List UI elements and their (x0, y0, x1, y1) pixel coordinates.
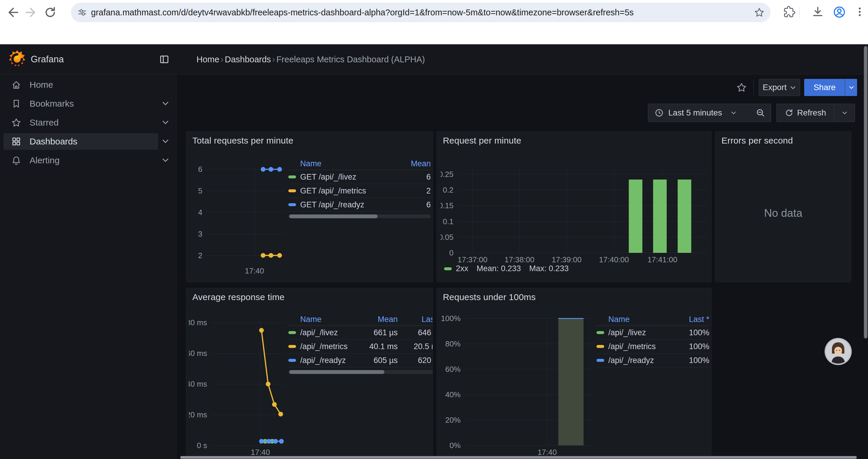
back-icon[interactable] (6, 6, 19, 19)
series-color-pill[interactable] (288, 345, 296, 348)
series-name: /api/_/readyz (300, 356, 346, 365)
sidebar-item-label: Alerting (30, 155, 60, 165)
extensions-icon[interactable] (783, 6, 795, 18)
series-color-pill[interactable] (596, 359, 604, 362)
legend-row[interactable]: GET /api/_/metrics2 (288, 184, 431, 198)
browser-menu-icon[interactable] (854, 6, 866, 18)
legend-column-header[interactable]: Mean (395, 159, 431, 168)
legend-table: NameMeanLast */api/_/livez661 µs646 µs/a… (288, 314, 433, 374)
site-settings-icon[interactable] (78, 8, 87, 17)
sidebar-item-home[interactable]: Home (4, 76, 158, 93)
breadcrumb-home[interactable]: Home (196, 55, 219, 64)
legend-scrollbar[interactable] (288, 215, 431, 218)
zoom-out-button[interactable] (750, 104, 771, 122)
refresh-interval-dropdown[interactable] (834, 104, 855, 122)
series-color-pill[interactable] (288, 189, 296, 192)
zoom-out-icon (756, 108, 765, 118)
legend-column-header[interactable]: Name (596, 315, 677, 324)
download-icon[interactable] (812, 6, 824, 18)
refresh-button[interactable]: Refresh (776, 104, 834, 122)
series-color-pill[interactable] (288, 175, 296, 178)
share-dropdown-button[interactable] (845, 79, 857, 96)
breadcrumb-dashboards[interactable]: Dashboards (225, 55, 271, 64)
legend-header: NameMean (288, 158, 431, 170)
no-data-message: No data (716, 207, 851, 220)
favorite-star-icon[interactable] (736, 82, 747, 93)
panel-total-requests-per-minute: Total requests per minute 6543217:40 Nam… (186, 131, 433, 282)
clock-icon (655, 108, 663, 117)
series-name: 2xx (456, 264, 468, 273)
legend-row[interactable]: GET /api/_/readyz6 (288, 198, 431, 212)
grafana-topnav: Grafana Home › Dashboards › Freeleaps Me… (0, 44, 868, 74)
series-name: GET /api/_/readyz (300, 200, 364, 209)
profile-icon[interactable] (833, 6, 845, 18)
legend-header: NameLast * (596, 314, 709, 326)
legend-column-header[interactable]: Last * (398, 315, 433, 324)
bookmark-star-icon[interactable] (754, 7, 765, 18)
time-range-picker[interactable]: Last 5 minutes (648, 104, 750, 122)
sidebar-item-bookmarks[interactable]: Bookmarks (4, 95, 158, 112)
panel-title[interactable]: Requests under 100ms (443, 292, 536, 302)
series-color-pill[interactable] (596, 331, 604, 334)
legend-column-header[interactable]: Last * (677, 315, 709, 324)
svg-text:0.2: 0.2 (443, 186, 454, 194)
svg-text:17:40: 17:40 (251, 448, 270, 455)
panel-title[interactable]: Errors per second (721, 136, 793, 145)
legend-scrollbar[interactable] (288, 370, 433, 374)
svg-text:20 ms: 20 ms (189, 410, 207, 419)
series-color-pill[interactable] (596, 345, 604, 348)
assistant-avatar-bubble[interactable] (824, 338, 852, 365)
chevron-down-icon[interactable] (162, 120, 169, 125)
average-response-time-chart[interactable]: 80 ms60 ms40 ms20 ms0 s17:40 (189, 315, 287, 455)
export-button[interactable]: Export (759, 79, 800, 96)
browser-toolbar: grafana.mathmast.com/d/deytv4rwavabkb/fr… (0, 0, 868, 25)
svg-text:40%: 40% (445, 390, 461, 399)
bookmarks-bar: Freeleaps 收藏博客 (0, 25, 868, 44)
series-color-pill[interactable] (288, 359, 296, 362)
brand-name[interactable]: Grafana (31, 54, 64, 65)
legend-row[interactable]: /api/_/readyz100% (596, 354, 709, 367)
panel-title[interactable]: Total requests per minute (192, 136, 293, 145)
legend-column-header[interactable]: Name (288, 315, 365, 324)
chevron-down-icon[interactable] (162, 139, 169, 143)
chevron-down-icon (842, 111, 847, 114)
series-color-pill[interactable] (288, 331, 296, 334)
forward-icon[interactable] (25, 6, 38, 19)
legend-value: 646 µs (398, 328, 433, 337)
grafana-logo[interactable] (8, 50, 27, 68)
sidebar-item-starred[interactable]: Starred (4, 114, 158, 131)
panel-title[interactable]: Average response time (192, 292, 284, 302)
legend-value: 6 (395, 200, 431, 209)
total-requests-chart[interactable]: 6543217:40 (189, 160, 287, 278)
dock-menu-icon[interactable] (159, 54, 169, 65)
series-color-pill[interactable] (288, 203, 296, 206)
star-icon (11, 118, 21, 128)
actions-divider (753, 80, 754, 95)
sidebar-item-alerting[interactable]: Alerting (4, 152, 158, 169)
horizontal-scrollbar[interactable] (177, 456, 864, 459)
legend-column-header[interactable]: Name (288, 159, 395, 168)
legend-row[interactable]: /api/_/metrics40.1 ms20.5 ms (288, 340, 433, 354)
chevron-down-icon[interactable] (162, 158, 169, 162)
panel-title[interactable]: Request per minute (443, 136, 521, 145)
legend-row[interactable]: /api/_/readyz605 µs620 µs (288, 354, 433, 367)
requests-under-100ms-chart[interactable]: 100%80%60%40%20%0%17:40 (440, 315, 597, 455)
request-per-minute-chart[interactable]: 0.250.20.150.10.05017:37:0017:38:0017:39… (440, 164, 708, 268)
svg-text:17:38:00: 17:38:00 (505, 255, 534, 264)
legend-row[interactable]: /api/_/livez661 µs646 µs (288, 326, 433, 340)
legend-row[interactable]: /api/_/livez100% (596, 326, 709, 340)
url-bar[interactable]: grafana.mathmast.com/d/deytv4rwavabkb/fr… (71, 3, 771, 22)
legend-column-header[interactable]: Mean (365, 315, 398, 324)
url-text[interactable]: grafana.mathmast.com/d/deytv4rwavabkb/fr… (91, 8, 754, 18)
legend-row[interactable]: GET /api/_/livez6 (288, 170, 431, 184)
legend-value: 40.1 ms (365, 342, 398, 351)
reload-icon[interactable] (44, 6, 57, 19)
legend-inline[interactable]: 2xx Mean: 0.233 Max: 0.233 (444, 264, 569, 273)
sidebar-item-dashboards[interactable]: Dashboards (4, 133, 158, 150)
vertical-scrollbar[interactable] (864, 45, 867, 459)
chevron-down-icon[interactable] (162, 101, 169, 106)
svg-text:17:40: 17:40 (537, 448, 557, 455)
dashboards-grid-icon (11, 136, 21, 146)
share-button[interactable]: Share (804, 79, 845, 96)
legend-row[interactable]: /api/_/metrics100% (596, 340, 709, 354)
